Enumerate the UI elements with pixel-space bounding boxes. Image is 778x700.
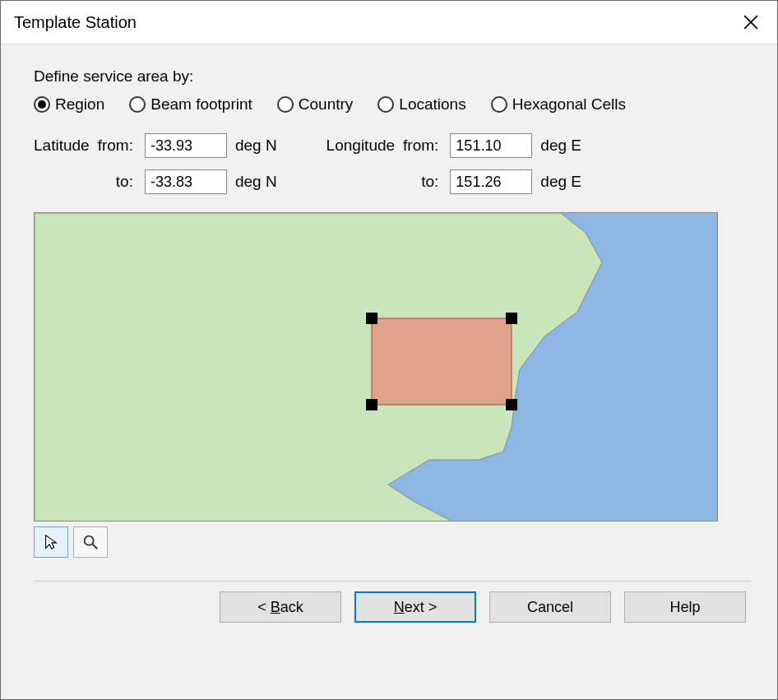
radio-icon (34, 96, 50, 113)
to-label: to: (98, 173, 137, 191)
unit-label: deg N (235, 137, 277, 155)
wizard-buttons: < Back Next > Cancel Help (34, 591, 751, 631)
radio-icon (377, 96, 394, 113)
close-icon (743, 15, 758, 30)
radio-label: Country (299, 95, 354, 114)
svg-line-5 (93, 545, 98, 549)
latitude-group: Latitude from: deg N to: deg N (34, 133, 277, 194)
to-label: to: (403, 173, 442, 191)
coordinates-panel: Latitude from: deg N to: deg N Longitude… (34, 133, 751, 194)
close-button[interactable] (734, 7, 767, 37)
longitude-label: Longitude (326, 137, 395, 155)
next-button[interactable]: Next > (354, 591, 476, 623)
radio-icon (491, 96, 507, 113)
unit-label: deg E (540, 137, 581, 155)
resize-handle-nw[interactable] (366, 313, 377, 324)
divider (34, 581, 751, 582)
longitude-group: Longitude from: deg E to: deg E (326, 133, 581, 194)
resize-handle-ne[interactable] (506, 313, 517, 324)
dialog-title: Template Station (14, 13, 137, 32)
selection-rect[interactable] (372, 318, 512, 405)
lat-from-input[interactable] (145, 133, 227, 158)
pointer-tool-button[interactable] (34, 526, 68, 558)
radio-icon (129, 96, 146, 113)
titlebar: Template Station (1, 1, 777, 44)
section-heading: Define service area by: (34, 67, 751, 86)
template-station-dialog: Template Station Define service area by:… (0, 0, 778, 700)
resize-handle-se[interactable] (506, 399, 517, 410)
radio-region[interactable]: Region (34, 95, 104, 114)
lon-to-input[interactable] (450, 169, 532, 194)
radio-group-service-area: Region Beam footprint Country Locations … (34, 95, 751, 114)
from-label: from: (98, 137, 137, 155)
map-canvas (35, 213, 718, 522)
from-label: from: (403, 137, 442, 155)
back-button[interactable]: < Back (220, 591, 341, 623)
radio-hex-cells[interactable]: Hexagonal Cells (491, 95, 626, 114)
unit-label: deg N (235, 173, 277, 191)
radio-country[interactable]: Country (277, 95, 354, 114)
zoom-tool-button[interactable] (73, 526, 108, 558)
radio-beam-footprint[interactable]: Beam footprint (129, 95, 252, 114)
radio-icon (277, 96, 294, 113)
latitude-label: Latitude (34, 137, 90, 155)
radio-locations[interactable]: Locations (377, 95, 465, 114)
help-button[interactable]: Help (624, 591, 746, 623)
lat-to-input[interactable] (145, 169, 227, 194)
dialog-content: Define service area by: Region Beam foot… (1, 44, 777, 699)
magnifier-icon (81, 533, 100, 551)
radio-label: Region (55, 95, 104, 114)
radio-label: Beam footprint (151, 95, 252, 114)
map-toolbar (34, 526, 751, 558)
lon-from-input[interactable] (450, 133, 532, 158)
radio-label: Hexagonal Cells (512, 95, 626, 114)
unit-label: deg E (540, 173, 581, 191)
map-preview[interactable] (34, 212, 718, 522)
pointer-icon (42, 533, 60, 551)
resize-handle-sw[interactable] (366, 399, 377, 410)
radio-label: Locations (399, 95, 465, 114)
svg-point-4 (85, 536, 94, 545)
cancel-button[interactable]: Cancel (489, 591, 611, 623)
